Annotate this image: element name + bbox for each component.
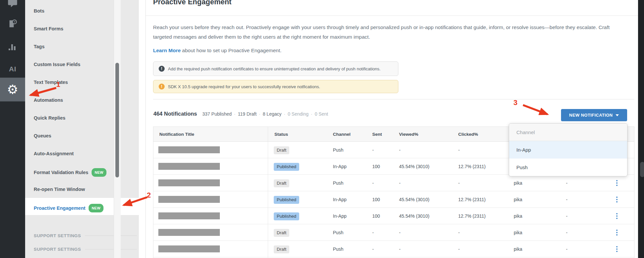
chevron-down-icon [616, 114, 619, 116]
sidebar-item-bots[interactable]: Bots [34, 8, 44, 14]
cell-status: Draft [274, 241, 289, 257]
cell-status: Published [274, 158, 299, 175]
cell-viewed: 45.54% (3010) [399, 191, 429, 208]
cell-sent: - [372, 224, 374, 241]
stat-0-sending: 0 Sending [288, 111, 308, 117]
description-line: Reach your users before they reach out. … [153, 22, 610, 32]
cell-sent: - [372, 241, 374, 257]
sidebar-item-label: Quick Replies [34, 115, 65, 121]
cell-extra: - [566, 175, 568, 191]
section-rule [85, 249, 137, 249]
sdk-upgrade-banner: SDK X 10.5 upgrade required for your use… [153, 80, 398, 93]
app-window: ? AI ⚙ BotsSmart FormsTagsCustom Issue F… [0, 0, 644, 258]
sidebar-item-queues[interactable]: Queues [34, 132, 51, 139]
sidebar-section-support-settings-2: SUPPORT SETTINGS [34, 246, 137, 252]
page-title: Proactive Engagement [153, 0, 231, 6]
col-sent: Sent [372, 127, 382, 142]
sidebar-item-label: Re-open Time Window [34, 187, 85, 192]
sidebar-item-smart-forms[interactable]: Smart Forms [34, 25, 63, 32]
learn-more-line: Learn More about how to set up Proactive… [153, 48, 282, 54]
row-actions-kebab-icon[interactable] [616, 182, 618, 184]
help-faq-icon[interactable]: ? [0, 19, 25, 28]
cell-sent: - [372, 175, 374, 191]
cell-channel: Push [333, 175, 343, 191]
cell-extra: - [566, 191, 568, 208]
table-row[interactable]: DraftPush---pika- [153, 175, 634, 191]
stat-separator: · [311, 111, 312, 117]
stat-119-draft: 119 Draft [238, 111, 257, 117]
settings-sidebar: BotsSmart FormsTagsCustom Issue FieldsTe… [25, 0, 139, 258]
chat-icon[interactable] [0, 0, 25, 8]
cell-channel: Push [333, 224, 343, 241]
cell-viewed: 45.54% (3010) [399, 158, 429, 175]
stat-separator: · [259, 111, 261, 117]
notification-title-placeholder [158, 163, 220, 170]
warning-exclamation-icon [159, 84, 165, 90]
sidebar-item-label: Custom Issue Fields [34, 62, 80, 67]
dropdown-option-push[interactable]: Push [509, 159, 627, 176]
sidebar-item-quick-replies[interactable]: Quick Replies [34, 115, 65, 121]
row-actions-kebab-icon[interactable] [616, 232, 618, 233]
table-row[interactable]: PublishedIn-App10045.54% (3010)12.7% (23… [153, 208, 634, 224]
title-column-divider [268, 127, 268, 258]
cell-sent: - [372, 142, 374, 158]
sidebar-item-label: Text Templates [34, 80, 68, 85]
notifications-stats: 337 Published·119 Draft·8 Legacy·0 Sendi… [202, 111, 328, 117]
sidebar-item-re-open-time-window[interactable]: Re-open Time Window [34, 186, 85, 193]
cell-status: Draft [274, 175, 289, 191]
status-badge: Draft [274, 146, 289, 154]
cell-owner: pika [514, 191, 522, 208]
sidebar-item-custom-issue-fields[interactable]: Custom Issue Fields [34, 61, 80, 68]
table-row[interactable]: DraftPush---pika- [153, 241, 634, 257]
cell-viewed: 45.54% (3010) [399, 208, 429, 224]
cell-viewed: - [399, 241, 401, 257]
status-badge: Draft [274, 229, 289, 237]
cell-clicked: - [458, 175, 460, 191]
cell-channel: Push [333, 142, 343, 158]
cell-sent: 100 [372, 158, 380, 175]
ai-icon[interactable]: AI [0, 65, 25, 73]
cell-status: Draft [274, 224, 289, 241]
cell-viewed: - [399, 142, 401, 158]
table-row[interactable]: PublishedIn-App10045.54% (3010)12.7% (23… [153, 191, 634, 208]
settings-gear-icon[interactable]: ⚙ [0, 78, 25, 101]
cell-owner: pika [514, 175, 522, 191]
section-divider [153, 99, 634, 99]
section-rule [85, 236, 137, 236]
sidebar-scrollbar-thumb[interactable] [115, 63, 119, 177]
sidebar-scrollbar-track[interactable] [114, 0, 121, 258]
status-badge: Published [274, 196, 299, 204]
banner-text: Add the required push notification certi… [168, 66, 381, 71]
sidebar-item-label: Tags [34, 44, 45, 49]
learn-more-link[interactable]: Learn More [153, 48, 181, 53]
sidebar-item-label: Auto-Assignment [34, 151, 74, 156]
new-notification-label: NEW NOTIFICATION [569, 113, 613, 118]
stat-337-published: 337 Published [202, 111, 232, 117]
learn-more-rest: about how to set up Proactive Engagement… [181, 48, 282, 53]
sidebar-item-label: Format Validation Rules [34, 170, 88, 175]
cell-channel: In-App [333, 158, 346, 175]
analytics-icon[interactable] [0, 42, 25, 51]
row-actions-kebab-icon[interactable] [616, 199, 618, 200]
dropdown-option-in-app[interactable]: In-App [509, 141, 627, 159]
window-edge-handle[interactable] [640, 162, 644, 177]
status-badge: Draft [274, 179, 289, 187]
sidebar-item-tags[interactable]: Tags [34, 43, 45, 50]
row-actions-kebab-icon[interactable] [616, 248, 618, 250]
cell-status: Published [274, 191, 299, 208]
sidebar-item-label: Bots [34, 8, 44, 14]
col-viewed: Viewed% [399, 127, 418, 142]
sidebar-item-format-validation-rules[interactable]: Format Validation RulesNEW [34, 168, 106, 175]
stat-0-sent: 0 Sent [315, 111, 328, 117]
cell-clicked: - [458, 241, 460, 257]
sidebar-item-auto-assignment[interactable]: Auto-Assignment [34, 150, 74, 157]
section-label: SUPPORT SETTINGS [34, 233, 81, 238]
table-row[interactable]: DraftPush---pika- [153, 224, 634, 241]
sidebar-item-automations[interactable]: Automations [34, 97, 63, 103]
notifications-summary: 464 Notifications 337 Published·119 Draf… [153, 111, 328, 117]
new-notification-button[interactable]: NEW NOTIFICATION [561, 109, 627, 121]
sidebar-item-text-templates[interactable]: Text Templates [34, 79, 68, 86]
dropdown-header: Channel [509, 124, 627, 141]
row-actions-kebab-icon[interactable] [616, 215, 618, 217]
sidebar-item-proactive-engagement[interactable]: Proactive EngagementNEW [34, 204, 103, 210]
